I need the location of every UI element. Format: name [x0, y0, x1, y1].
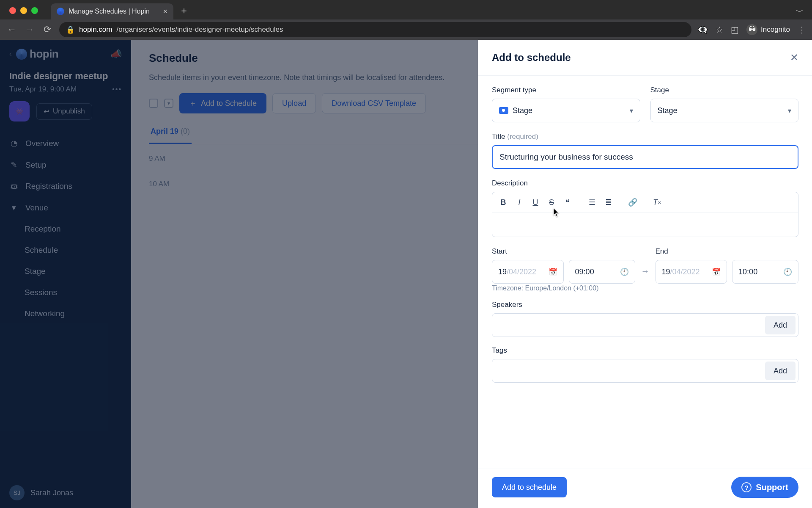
- tags-label: Tags: [492, 346, 798, 355]
- tab-overflow-button[interactable]: ﹀: [787, 7, 812, 19]
- date-tab[interactable]: April 19 (0): [149, 123, 192, 144]
- add-tag-button[interactable]: Add: [765, 362, 796, 380]
- sidebar-item-reception[interactable]: Reception: [0, 218, 131, 240]
- sidebar-item-overview[interactable]: ◔Overview: [0, 133, 131, 154]
- stage-select[interactable]: Stage ▾: [650, 99, 799, 122]
- description-textarea[interactable]: [492, 213, 798, 237]
- unpublish-label: Unpublish: [53, 107, 85, 116]
- end-date-day: 19: [662, 268, 670, 276]
- end-label: End: [656, 247, 799, 256]
- strike-button[interactable]: S: [545, 196, 558, 209]
- close-window-icon[interactable]: [9, 7, 16, 14]
- sidebar-item-label: Stage: [25, 267, 46, 276]
- sidebar-item-registrations[interactable]: 🎟Registrations: [0, 176, 131, 197]
- sidebar-item-sessions[interactable]: Sessions: [0, 282, 131, 303]
- end-time-value: 10:00: [738, 268, 757, 276]
- hopin-logo[interactable]: hopin: [16, 47, 58, 61]
- minimize-window-icon[interactable]: [20, 7, 27, 14]
- url-host: hopin.com: [79, 25, 112, 34]
- sidebar-item-label: Overview: [25, 139, 59, 148]
- announcements-icon[interactable]: 📣: [110, 49, 122, 60]
- download-csv-button[interactable]: Download CSV Template: [322, 93, 426, 113]
- sidebar-item-venue[interactable]: ▾Venue: [0, 197, 131, 218]
- start-date-rest: /04/2022: [507, 268, 536, 276]
- quote-button[interactable]: ❝: [561, 196, 574, 209]
- browser-tab[interactable]: Manage Schedules | Hopin ×: [51, 3, 173, 19]
- ghost-avatar-icon: 👾: [15, 108, 24, 116]
- description-editor[interactable]: B I U S ❝ ☰ ≣ 🔗 T×: [492, 192, 798, 237]
- hopin-logo-text: hopin: [30, 47, 58, 61]
- italic-button[interactable]: I: [513, 196, 526, 209]
- kebab-menu-icon[interactable]: ⋮: [798, 25, 806, 35]
- end-date-input[interactable]: 19/04/2022 📅: [656, 260, 727, 284]
- url-path: /organisers/events/indie-designer-meetup…: [116, 25, 283, 34]
- clear-format-button[interactable]: T×: [650, 196, 664, 209]
- segment-type-select[interactable]: Stage ▾: [492, 99, 640, 122]
- segment-type-value: Stage: [513, 106, 532, 115]
- sidebar-user[interactable]: SJ Sarah Jonas: [0, 485, 131, 500]
- start-date-input[interactable]: 19/04/2022 📅: [492, 260, 564, 284]
- hopin-swirl-icon: [16, 49, 27, 60]
- speakers-input[interactable]: Add: [492, 313, 798, 337]
- back-chevron-icon[interactable]: ‹: [9, 50, 12, 58]
- start-time-value: 09:00: [575, 268, 594, 276]
- clock-icon: 🕙: [783, 268, 792, 276]
- link-button[interactable]: 🔗: [626, 196, 639, 209]
- calendar-icon: 📅: [712, 268, 721, 276]
- bold-button[interactable]: B: [497, 196, 510, 209]
- title-label-text: Title: [492, 133, 505, 141]
- ordered-list-button[interactable]: ☰: [585, 196, 599, 209]
- sidebar-item-label: Schedule: [25, 246, 58, 255]
- unordered-list-button[interactable]: ≣: [601, 196, 615, 209]
- title-required-hint: (required): [507, 133, 538, 141]
- sidebar-item-label: Venue: [25, 203, 48, 213]
- camera-icon: [499, 107, 508, 114]
- select-all-checkbox[interactable]: [149, 99, 158, 108]
- macos-traffic-lights[interactable]: [9, 7, 38, 14]
- user-initials-badge: SJ: [9, 485, 25, 500]
- support-button[interactable]: ? Support: [731, 477, 798, 498]
- end-date-rest: /04/2022: [670, 268, 700, 276]
- sidebar-item-schedule[interactable]: Schedule: [0, 240, 131, 261]
- sidebar-item-setup[interactable]: ✎Setup: [0, 154, 131, 176]
- unpublish-button[interactable]: ↩ Unpublish: [36, 103, 92, 120]
- ticket-icon: 🎟: [9, 182, 19, 191]
- download-csv-label: Download CSV Template: [332, 99, 416, 108]
- select-all-dropdown[interactable]: ▾: [164, 99, 173, 108]
- start-time-input[interactable]: 09:00 🕘: [569, 260, 635, 284]
- add-speaker-button[interactable]: Add: [765, 316, 796, 334]
- upload-label: Upload: [282, 99, 306, 108]
- close-tab-icon[interactable]: ×: [163, 7, 167, 16]
- reload-button[interactable]: ⟳: [41, 24, 53, 35]
- address-bar[interactable]: 🔒 hopin.com/organisers/events/indie-desi…: [59, 22, 691, 37]
- stage-value: Stage: [658, 106, 678, 115]
- start-label: Start: [492, 247, 635, 256]
- add-to-schedule-panel: Add to schedule ✕ Segment type Stage ▾ S…: [478, 40, 812, 508]
- panel-icon[interactable]: ◰: [731, 25, 739, 35]
- underline-button[interactable]: U: [529, 196, 542, 209]
- calendar-icon: 📅: [549, 268, 557, 276]
- lock-icon: 🔒: [66, 25, 75, 34]
- submit-add-to-schedule-button[interactable]: Add to schedule: [492, 477, 567, 497]
- wand-icon: ✎: [9, 160, 19, 170]
- forward-button[interactable]: →: [24, 24, 36, 35]
- rte-toolbar: B I U S ❝ ☰ ≣ 🔗 T×: [492, 192, 798, 213]
- event-more-icon[interactable]: •••: [112, 86, 122, 93]
- tags-input[interactable]: Add: [492, 359, 798, 383]
- back-button[interactable]: ←: [6, 24, 18, 35]
- add-to-schedule-button[interactable]: ＋ Add to Schedule: [179, 93, 266, 113]
- bookmark-star-icon[interactable]: ☆: [716, 25, 723, 35]
- end-time-input[interactable]: 10:00 🕙: [732, 260, 798, 284]
- title-input[interactable]: [492, 145, 798, 169]
- title-label: Title (required): [492, 133, 798, 141]
- sidebar-item-stage[interactable]: Stage: [0, 261, 131, 282]
- close-panel-button[interactable]: ✕: [790, 52, 798, 64]
- segment-type-label: Segment type: [492, 86, 640, 94]
- sidebar-item-label: Reception: [25, 224, 61, 234]
- eye-off-icon[interactable]: 👁‍🗨: [697, 25, 708, 35]
- new-tab-button[interactable]: ＋: [173, 4, 195, 19]
- sidebar-item-networking[interactable]: Networking: [0, 303, 131, 324]
- event-avatar: 👾: [9, 101, 30, 121]
- fullscreen-window-icon[interactable]: [31, 7, 38, 14]
- upload-button[interactable]: Upload: [272, 93, 316, 113]
